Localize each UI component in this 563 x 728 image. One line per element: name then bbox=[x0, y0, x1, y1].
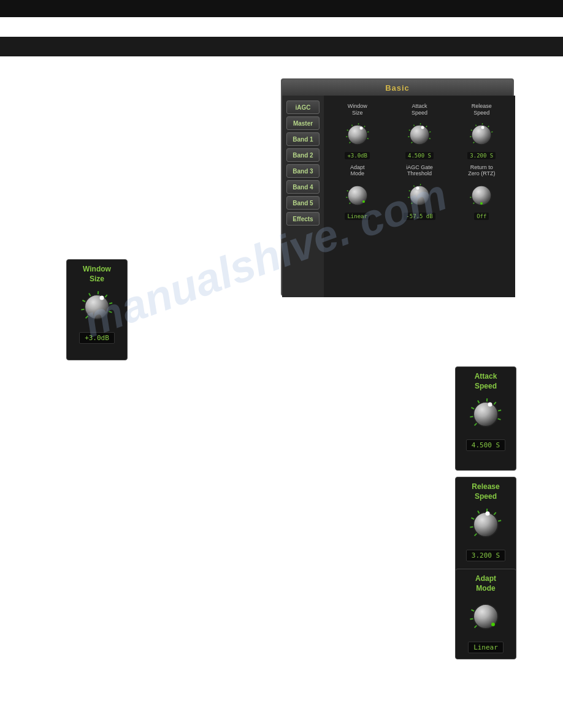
attack-speed-large-value: 4.500 S bbox=[466, 439, 505, 451]
knob-label-attack-speed: AttackSpeed bbox=[412, 103, 427, 116]
knob-grid: WindowSize bbox=[329, 103, 510, 220]
knob-cell-adapt-mode: AdaptMode Linear bbox=[329, 164, 386, 221]
knob-value-rtz: Off bbox=[474, 213, 489, 220]
svg-point-39 bbox=[410, 186, 429, 205]
panel-title-text: Basic bbox=[385, 83, 410, 93]
sidebar-btn-iagc[interactable]: iAGC bbox=[286, 100, 320, 114]
release-speed-large-value: 3.200 S bbox=[466, 550, 505, 561]
knob-cell-attack-speed: AttackSpeed bbox=[391, 103, 448, 159]
adapt-mode-large-panel: AdaptMode Linear bbox=[455, 569, 516, 659]
attack-speed-large-title: AttackSpeed bbox=[475, 372, 497, 391]
sidebar-btn-band1[interactable]: Band 1 bbox=[286, 132, 320, 146]
knob-value-window-size: +3.0dB bbox=[345, 152, 370, 159]
adapt-mode-large-value: Linear bbox=[468, 642, 504, 653]
svg-point-54 bbox=[99, 296, 104, 300]
svg-point-44 bbox=[480, 202, 483, 205]
sidebar-btn-band3[interactable]: Band 3 bbox=[286, 164, 320, 178]
svg-point-64 bbox=[488, 403, 492, 407]
knob-label-iagc-gate: iAGC GateThreshold bbox=[406, 164, 433, 178]
knob-value-attack-speed: 4.500 S bbox=[405, 152, 434, 159]
svg-point-8 bbox=[348, 125, 367, 145]
svg-point-73 bbox=[485, 512, 489, 516]
plugin-sidebar: iAGC Master Band 1 Band 2 Band 3 Band 4 … bbox=[282, 96, 324, 297]
top-bar bbox=[0, 0, 563, 17]
sidebar-btn-band2[interactable]: Band 2 bbox=[286, 148, 320, 162]
window-size-large-panel: WindowSize +3.0dB bbox=[66, 259, 128, 360]
svg-point-9 bbox=[359, 126, 362, 129]
knob-value-adapt-mode: Linear bbox=[345, 213, 370, 220]
svg-point-72 bbox=[473, 512, 498, 537]
svg-point-63 bbox=[473, 402, 498, 427]
svg-point-78 bbox=[491, 623, 495, 626]
knob-label-adapt-mode: AdaptMode bbox=[350, 164, 365, 178]
svg-point-33 bbox=[362, 200, 365, 203]
svg-point-18 bbox=[410, 125, 429, 145]
adapt-mode-large-title: AdaptMode bbox=[475, 574, 496, 593]
knob-value-iagc-gate: -57.5 dB bbox=[404, 213, 435, 220]
sidebar-btn-band5[interactable]: Band 5 bbox=[286, 196, 320, 210]
plugin-panel: Basic iAGC Master Band 1 Band 2 Band 3 B… bbox=[281, 78, 514, 296]
window-size-large-knob[interactable] bbox=[77, 287, 117, 330]
panel-title-bar: Basic bbox=[282, 80, 513, 96]
release-speed-large-title: ReleaseSpeed bbox=[472, 482, 499, 501]
knob-release-speed[interactable] bbox=[465, 119, 497, 151]
section-bar bbox=[0, 37, 563, 56]
knob-label-release-speed: ReleaseSpeed bbox=[472, 103, 492, 116]
knob-label-window-size: WindowSize bbox=[348, 103, 367, 116]
knob-window-size[interactable] bbox=[342, 119, 373, 151]
knob-rtz[interactable] bbox=[465, 180, 497, 211]
knob-value-release-speed: 3.200 S bbox=[467, 152, 496, 159]
adapt-mode-large-knob[interactable] bbox=[466, 597, 506, 639]
release-speed-large-knob[interactable] bbox=[466, 505, 506, 547]
svg-point-19 bbox=[421, 126, 424, 129]
window-size-large-value: +3.0dB bbox=[79, 332, 115, 344]
knob-iagc-gate[interactable] bbox=[404, 180, 435, 211]
sidebar-btn-master[interactable]: Master bbox=[286, 116, 320, 130]
attack-speed-large-knob[interactable] bbox=[466, 395, 506, 437]
knob-cell-iagc-gate: iAGC GateThreshold -57.5 bbox=[391, 164, 448, 221]
knob-label-rtz: Return toZero (RTZ) bbox=[468, 164, 495, 178]
knob-cell-release-speed: ReleaseSpeed bbox=[453, 103, 510, 159]
attack-speed-large-panel: AttackSpeed 4.500 S bbox=[455, 366, 516, 471]
knob-cell-window-size: WindowSize bbox=[329, 103, 386, 159]
svg-point-28 bbox=[481, 126, 484, 129]
svg-point-53 bbox=[85, 295, 109, 319]
release-speed-large-panel: ReleaseSpeed 3.200 S bbox=[455, 477, 516, 581]
svg-point-40 bbox=[416, 187, 419, 190]
knob-attack-speed[interactable] bbox=[404, 119, 435, 151]
window-size-large-title: WindowSize bbox=[83, 265, 111, 284]
sidebar-btn-band4[interactable]: Band 4 bbox=[286, 180, 320, 194]
knob-cell-rtz: Return toZero (RTZ) Off bbox=[453, 164, 510, 221]
sidebar-btn-effects[interactable]: Effects bbox=[286, 212, 320, 226]
knob-adapt-mode[interactable] bbox=[342, 180, 373, 211]
panel-content: WindowSize bbox=[324, 96, 515, 297]
